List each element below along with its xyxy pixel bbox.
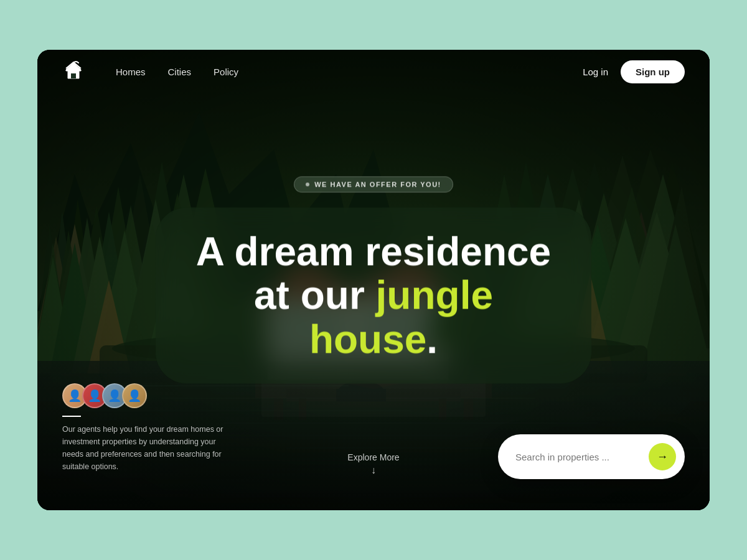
hero-content: WE HAVE AN OFFER FOR YOU! A dream reside… xyxy=(156,176,591,383)
arrow-icon: → xyxy=(657,450,668,464)
badge-text: WE HAVE AN OFFER FOR YOU! xyxy=(314,180,441,188)
nav-policy[interactable]: Policy xyxy=(214,67,238,77)
login-button[interactable]: Log in xyxy=(583,67,608,77)
agents-description: Our agents help you find your dream home… xyxy=(62,423,237,473)
nav-homes[interactable]: Homes xyxy=(116,67,146,77)
search-button[interactable]: → xyxy=(649,443,676,470)
navbar: Homes Cities Policy Log in Sign up xyxy=(37,50,710,93)
explore-more[interactable]: Explore More ↓ xyxy=(347,452,399,476)
hero-title: A dream residence at our jungle house. xyxy=(193,230,554,361)
search-input[interactable] xyxy=(515,452,649,462)
logo-icon xyxy=(62,60,85,83)
agents-divider xyxy=(62,416,81,417)
browser-frame: Homes Cities Policy Log in Sign up WE HA… xyxy=(37,50,710,510)
nav-links: Homes Cities Policy xyxy=(116,67,583,77)
logo[interactable] xyxy=(62,60,85,83)
agent-avatar-4: 👤 xyxy=(122,383,147,408)
nav-actions: Log in Sign up xyxy=(583,60,685,83)
hero-title-line2-plain: at our xyxy=(254,273,376,318)
hero-title-end: . xyxy=(426,317,438,362)
search-container: → xyxy=(498,434,685,479)
hero-pill: A dream residence at our jungle house. xyxy=(156,207,591,383)
explore-arrow-icon: ↓ xyxy=(371,465,376,476)
offer-badge: WE HAVE AN OFFER FOR YOU! xyxy=(294,176,453,192)
hero-title-line1: A dream residence xyxy=(196,229,551,274)
nav-cities[interactable]: Cities xyxy=(168,67,192,77)
agents-section: 👤 👤 👤 👤 Our agents help you find your dr… xyxy=(62,383,237,473)
explore-label: Explore More xyxy=(347,452,399,462)
signup-button[interactable]: Sign up xyxy=(621,60,685,83)
agent-avatars: 👤 👤 👤 👤 xyxy=(62,383,237,408)
